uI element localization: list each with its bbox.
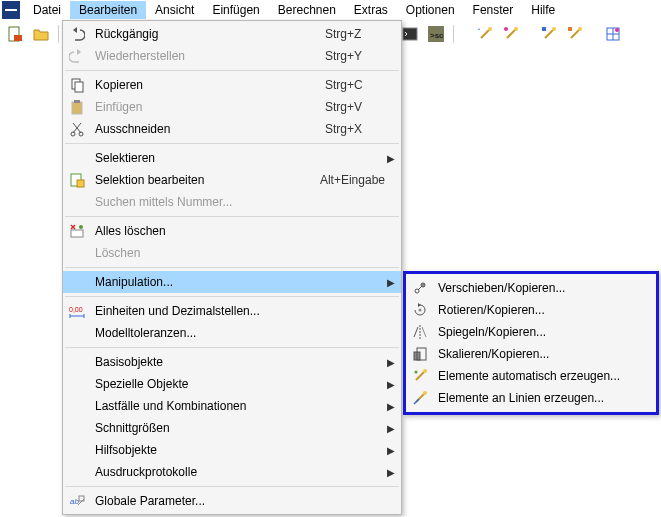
svg-rect-24 <box>72 102 82 114</box>
menu-item-r-ckg-ngig[interactable]: RückgängigStrg+Z <box>63 23 401 45</box>
scale-copy-icon <box>410 344 430 364</box>
svg-rect-23 <box>75 82 83 92</box>
new-file-button[interactable] <box>4 23 26 45</box>
submenu-item-skalieren-kopieren[interactable]: Skalieren/Kopieren... <box>406 343 656 365</box>
menu-separator <box>65 216 399 217</box>
menu-separator <box>65 70 399 71</box>
toolbar-separator <box>58 25 59 43</box>
submenu-item-elemente-an-linien-erzeugen[interactable]: Elemente an Linien erzeugen... <box>406 387 656 409</box>
blank-icon <box>67 148 87 168</box>
menu-item-schnittgr-en[interactable]: Schnittgrößen▶ <box>63 417 401 439</box>
blank-icon <box>67 396 87 416</box>
submenu-item-label: Elemente automatisch erzeugen... <box>438 369 648 383</box>
blank-icon <box>67 243 87 263</box>
manipulation-submenu: Verschieben/Kopieren...Rotieren/Kopieren… <box>403 271 659 415</box>
menu-hilfe[interactable]: Hilfe <box>522 1 564 19</box>
wand-orange-button[interactable] <box>564 23 586 45</box>
menu-item-lastf-lle-und-kombinationen[interactable]: Lastfälle und Kombinationen▶ <box>63 395 401 417</box>
wand-blue-button[interactable] <box>538 23 560 45</box>
svg-point-16 <box>578 27 582 31</box>
menu-item-manipulation[interactable]: Manipulation...▶ <box>63 271 401 293</box>
svg-rect-30 <box>71 230 83 237</box>
blank-icon <box>67 323 87 343</box>
menu-item-selektion-bearbeiten[interactable]: Selektion bearbeitenAlt+Eingabe <box>63 169 401 191</box>
submenu-item-label: Spiegeln/Kopieren... <box>438 325 648 339</box>
submenu-item-rotieren-kopieren[interactable]: Rotieren/Kopieren... <box>406 299 656 321</box>
submenu-arrow-icon: ▶ <box>385 357 395 368</box>
menu-ansicht[interactable]: Ansicht <box>146 1 203 19</box>
svg-rect-3 <box>14 35 22 41</box>
svg-line-12 <box>545 30 553 38</box>
grid-button[interactable] <box>602 23 624 45</box>
submenu-item-spiegeln-kopieren[interactable]: Spiegeln/Kopieren... <box>406 321 656 343</box>
svg-line-41 <box>418 286 422 290</box>
submenu-arrow-icon: ▶ <box>385 423 395 434</box>
wand-star-button[interactable] <box>474 23 496 45</box>
menu-label: Einfügen <box>212 3 259 17</box>
menu-berechnen[interactable]: Berechnen <box>269 1 345 19</box>
blank-icon <box>67 418 87 438</box>
submenu-item-verschieben-kopieren[interactable]: Verschieben/Kopieren... <box>406 277 656 299</box>
menu-item-ausschneiden[interactable]: AusschneidenStrg+X <box>63 118 401 140</box>
menu-item-label: Ausdruckprotokolle <box>95 465 325 479</box>
menu-item-selektieren[interactable]: Selektieren▶ <box>63 147 401 169</box>
menubar: DateiBearbeitenAnsichtEinfügenBerechnenE… <box>0 0 661 20</box>
menu-fenster[interactable]: Fenster <box>464 1 523 19</box>
menu-item-spezielle-objekte[interactable]: Spezielle Objekte▶ <box>63 373 401 395</box>
menu-item-globale-parameter[interactable]: abGlobale Parameter... <box>63 490 401 512</box>
menu-label: Optionen <box>406 3 455 17</box>
menu-item-label: Basisobjekte <box>95 355 325 369</box>
svg-point-50 <box>423 391 427 395</box>
delete-all-icon <box>67 221 87 241</box>
svg-line-9 <box>507 30 515 38</box>
menu-item-alles-l-schen[interactable]: Alles löschen <box>63 220 401 242</box>
menu-item-shortcut: Alt+Eingabe <box>320 173 385 187</box>
terminal-button[interactable] <box>399 23 421 45</box>
svg-point-13 <box>552 27 556 31</box>
menu-item-suchen-mittels-nummer: Suchen mittels Nummer... <box>63 191 401 213</box>
svg-point-48 <box>415 371 418 374</box>
blank-icon <box>67 192 87 212</box>
cut-icon <box>67 119 87 139</box>
redo-icon <box>67 46 87 66</box>
menu-separator <box>65 267 399 268</box>
menu-item-basisobjekte[interactable]: Basisobjekte▶ <box>63 351 401 373</box>
svg-point-10 <box>514 27 518 31</box>
blank-icon <box>67 272 87 292</box>
svg-rect-4 <box>403 28 417 40</box>
menu-extras[interactable]: Extras <box>345 1 397 19</box>
menu-bearbeiten[interactable]: Bearbeiten <box>70 1 146 19</box>
rotate-copy-icon <box>410 300 430 320</box>
svg-point-47 <box>423 369 427 373</box>
svg-point-8 <box>488 27 492 31</box>
mirror-copy-icon <box>410 322 430 342</box>
submenu-item-elemente-automatisch-erzeugen[interactable]: Elemente automatisch erzeugen... <box>406 365 656 387</box>
paste-icon <box>67 97 87 117</box>
submenu-item-label: Elemente an Linien erzeugen... <box>438 391 648 405</box>
menu-item-einheiten-und-dezimalstellen[interactable]: 0,00Einheiten und Dezimalstellen... <box>63 300 401 322</box>
menu-item-modelltoleranzen[interactable]: Modelltoleranzen... <box>63 322 401 344</box>
submenu-arrow-icon: ▶ <box>385 277 395 288</box>
svg-line-7 <box>481 30 489 38</box>
menu-label: Bearbeiten <box>79 3 137 17</box>
menu-item-label: Lastfälle und Kombinationen <box>95 399 325 413</box>
menu-item-kopieren[interactable]: KopierenStrg+C <box>63 74 401 96</box>
menu-item-ausdruckprotokolle[interactable]: Ausdruckprotokolle▶ <box>63 461 401 483</box>
sc-button[interactable]: >sc <box>425 23 447 45</box>
menu-separator <box>65 143 399 144</box>
menu-label: Fenster <box>473 3 514 17</box>
menu-optionen[interactable]: Optionen <box>397 1 464 19</box>
menu-datei[interactable]: Datei <box>24 1 70 19</box>
svg-point-21 <box>615 28 619 32</box>
menu-item-shortcut: Strg+Z <box>325 27 385 41</box>
menu-item-label: Kopieren <box>95 78 325 92</box>
wand-magenta-button[interactable] <box>500 23 522 45</box>
submenu-arrow-icon: ▶ <box>385 153 395 164</box>
menu-einfügen[interactable]: Einfügen <box>203 1 268 19</box>
menu-item-l-schen: Löschen <box>63 242 401 264</box>
submenu-arrow-icon: ▶ <box>385 445 395 456</box>
svg-rect-17 <box>568 27 572 31</box>
menu-item-wiederherstellen: WiederherstellenStrg+Y <box>63 45 401 67</box>
open-file-button[interactable] <box>30 23 52 45</box>
menu-item-hilfsobjekte[interactable]: Hilfsobjekte▶ <box>63 439 401 461</box>
